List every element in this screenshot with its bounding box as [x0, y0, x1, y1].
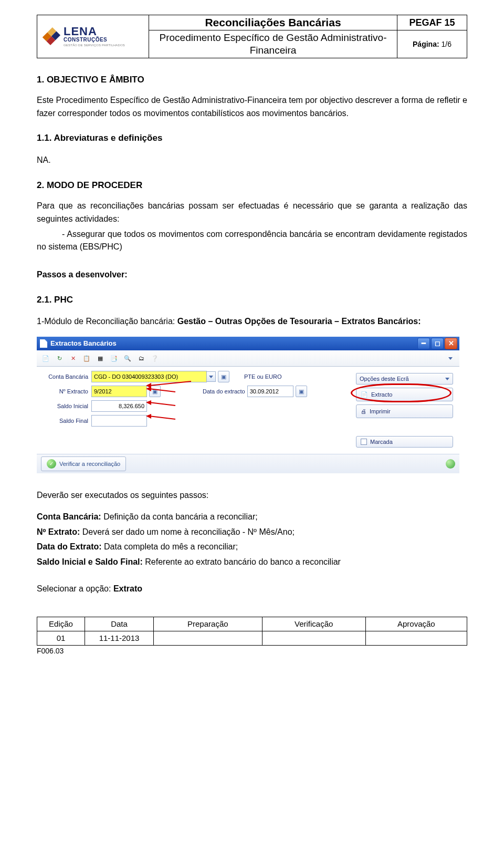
after-line-4: Saldo Inicial e Saldo Final: Referente a…: [37, 556, 467, 569]
saldoi-label: Saldo Inicial: [41, 402, 91, 411]
toolbar-copy-icon[interactable]: 📋: [81, 352, 92, 364]
toolbar-more-icon[interactable]: [445, 352, 456, 364]
section-1-1-text: NA.: [37, 154, 467, 167]
after-line-3: Data do Extrato: Data completa do mês a …: [37, 541, 467, 554]
conta-dropdown-icon[interactable]: [207, 371, 216, 382]
footer-v-data: 11-11-2013: [85, 631, 154, 645]
pte-label: PTE ou EURO: [244, 372, 282, 381]
footer-code: F006.03: [37, 647, 467, 655]
toolbar-find-icon[interactable]: 🔍: [122, 352, 133, 364]
logo-cell: LENA CONSTRUÇÕES GESTÃO DE SERVIÇOS PART…: [37, 15, 149, 58]
logo-brand: LENA: [64, 26, 125, 37]
checkbox-icon: [361, 439, 367, 445]
doc-title-1: Reconciliações Bancárias: [149, 15, 397, 30]
footer-v-edicao: 01: [37, 631, 85, 645]
saldoi-input[interactable]: 8,326.650: [91, 400, 147, 412]
section-2-heading: 2. MODO DE PROCEDER: [37, 179, 467, 192]
doc-code: PEGAF 15: [397, 15, 467, 30]
window-doc-icon: [40, 339, 47, 348]
after-intro: Deverão ser executados os seguintes pass…: [37, 489, 467, 502]
saldof-input[interactable]: [91, 415, 147, 427]
toolbar-refresh-icon[interactable]: ↻: [54, 352, 65, 364]
footer-h-edicao: Edição: [37, 617, 85, 631]
window-titlebar: Extractos Bancários ━ ◻ ✕: [37, 337, 459, 350]
maximize-button[interactable]: ◻: [431, 338, 444, 349]
marcada-checkbox[interactable]: Marcada: [356, 436, 453, 448]
dataext-calendar-icon[interactable]: ▣: [296, 386, 307, 397]
section-2-bullet: - Assegurar que todos os movimentos com …: [37, 228, 467, 254]
conta-label: Conta Bancária: [41, 372, 91, 381]
extracto-button[interactable]: 📄 Extracto: [356, 388, 453, 401]
footer-v-aprov: [365, 631, 467, 645]
steps-heading: Passos a desenvolver:: [37, 268, 467, 282]
logo-tag: GESTÃO DE SERVIÇOS PARTILHADOS: [64, 44, 125, 47]
phc-window: Extractos Bancários ━ ◻ ✕ 📄 ↻ ✕ 📋 ▦ 📑 🔍 …: [37, 337, 459, 473]
module-line: 1-Módulo de Reconciliação bancária: Gest…: [37, 315, 467, 328]
section-1-1-heading: 1.1. Abreviaturas e definições: [37, 131, 467, 145]
minimize-button[interactable]: ━: [417, 338, 430, 349]
check-icon: ✓: [47, 459, 56, 469]
toolbar-filter-icon[interactable]: 🗂: [135, 352, 147, 364]
extracto-icon: 📄: [361, 390, 368, 399]
nextracto-label: Nº Extracto: [41, 387, 91, 396]
footer-h-verif: Verificação: [262, 617, 365, 631]
footer-h-data: Data: [85, 617, 154, 631]
print-icon: 🖨: [361, 407, 366, 416]
footer-h-aprov: Aprovação: [365, 617, 467, 631]
conta-lookup-icon[interactable]: ▣: [218, 371, 229, 382]
conta-input[interactable]: CGD - DO 0304009323303 (DO): [91, 371, 207, 382]
toolbar: 📄 ↻ ✕ 📋 ▦ 📑 🔍 🗂 ❔: [37, 350, 459, 367]
after-line-2: Nº Extrato: Deverá ser dado um nome à re…: [37, 526, 467, 539]
chevron-down-icon: [445, 378, 449, 380]
toolbar-delete-icon[interactable]: ✕: [67, 352, 79, 364]
footer-table: Edição Data Preparação Verificação Aprov…: [37, 617, 467, 646]
section-2-1-heading: 2.1. PHC: [37, 293, 467, 307]
options-header[interactable]: Opções deste Ecrã: [356, 373, 453, 385]
logo-sub: CONSTRUÇÕES: [64, 37, 125, 43]
footer-v-verif: [262, 631, 365, 645]
footer-v-prep: [154, 631, 262, 645]
status-ok-icon: [446, 459, 455, 469]
nextracto-input[interactable]: 9/2012: [91, 386, 147, 397]
toolbar-help-icon[interactable]: ❔: [149, 352, 161, 364]
saldof-label: Saldo Final: [41, 417, 91, 425]
close-button[interactable]: ✕: [445, 338, 457, 349]
window-title: Extractos Bancários: [50, 338, 117, 349]
dataext-input[interactable]: 30.09.2012: [247, 386, 293, 397]
verify-button[interactable]: ✓ Verificar a reconciliação: [41, 456, 126, 471]
toolbar-new-icon[interactable]: 📄: [40, 352, 51, 364]
section-2-text: Para que as reconciliações bancárias pos…: [37, 200, 467, 226]
toolbar-form-icon[interactable]: 📑: [108, 352, 120, 364]
after-line-1: Conta Bancária: Definição da conta bancá…: [37, 511, 467, 524]
page-indicator: Página: 1/6: [397, 30, 467, 58]
nextracto-lookup-icon[interactable]: ▣: [149, 386, 161, 397]
doc-title-2: Procedimento Específico de Gestão Admini…: [149, 30, 397, 58]
imprimir-button[interactable]: 🖨 Imprimir: [356, 404, 453, 418]
select-line: Selecionar a opção: Extrato: [37, 583, 467, 596]
dataext-label: Data do extracto: [203, 387, 245, 396]
section-1-text: Este Procedimento Específico de Gestão A…: [37, 94, 467, 120]
footer-h-prep: Preparação: [154, 617, 262, 631]
document-header: LENA CONSTRUÇÕES GESTÃO DE SERVIÇOS PART…: [37, 15, 467, 58]
toolbar-list-icon[interactable]: ▦: [94, 352, 106, 364]
section-1-heading: 1. OBJECTIVO E ÂMBITO: [37, 73, 467, 87]
lena-logo-icon: [40, 26, 60, 46]
